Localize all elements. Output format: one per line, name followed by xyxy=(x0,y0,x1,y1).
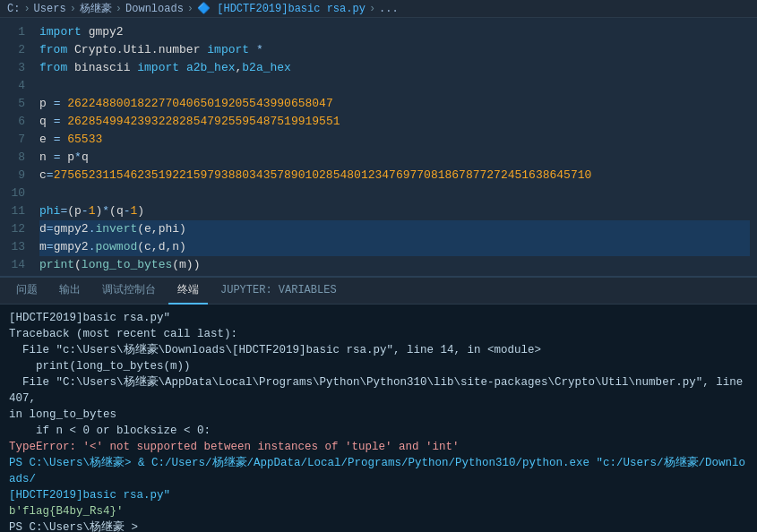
breadcrumb: C: › Users › 杨继豪 › Downloads › 🔷 [HDCTF2… xyxy=(0,0,757,18)
breadcrumb-ellipsis: ... xyxy=(379,3,399,15)
code-line-14: print(long_to_bytes(m)) xyxy=(39,256,750,274)
tab-jupyter-vars[interactable]: JUPYTER: VARIABLES xyxy=(211,278,346,305)
term-line-5: File "C:\Users\杨继豪\AppData\Local\Program… xyxy=(9,374,748,407)
code-line-11: phi=(p-1)*(q-1) xyxy=(39,202,750,220)
panel-tabs: 问题 输出 调试控制台 终端 JUPYTER: VARIABLES xyxy=(0,278,757,305)
sep4: › xyxy=(187,3,194,15)
sep1: › xyxy=(23,3,30,15)
term-line-9: PS C:\Users\杨继豪> & C:/Users/杨继豪/AppData/… xyxy=(9,455,748,487)
term-line-4: print(long_to_bytes(m)) xyxy=(9,358,748,374)
term-line-flag: b'flag{B4by_Rs4}' xyxy=(9,503,748,519)
code-line-10 xyxy=(39,184,750,202)
tab-output[interactable]: 输出 xyxy=(50,278,90,305)
term-prompt: PS C:\Users\杨继豪 > xyxy=(9,519,748,532)
sep2: › xyxy=(70,3,76,15)
breadcrumb-file: 🔷 [HDCTF2019]basic rsa.py xyxy=(197,2,366,15)
code-line-12: d=gmpy2.invert(e,phi) xyxy=(39,220,750,238)
term-line-10: [HDCTF2019]basic rsa.py" xyxy=(9,487,748,503)
breadcrumb-user: 杨继豪 xyxy=(80,1,112,16)
code-line-6: q = 262854994239322828547925595487519919… xyxy=(39,113,750,131)
tab-debug-console[interactable]: 调试控制台 xyxy=(93,278,165,305)
term-line-2: Traceback (most recent call last): xyxy=(9,326,748,342)
code-line-13: m=gmpy2.powmod(c,d,n) xyxy=(39,238,750,256)
code-editor: 1 2 3 4 5 6 7 8 9 10 11 12 13 14 import … xyxy=(0,18,757,278)
sep3: › xyxy=(116,3,122,15)
code-line-2: from Crypto.Util.number import * xyxy=(39,41,750,59)
panel: 问题 输出 调试控制台 终端 JUPYTER: VARIABLES [HDCTF… xyxy=(0,278,757,532)
code-line-7: e = 65533 xyxy=(39,131,750,149)
term-line-6: in long_to_bytes xyxy=(9,407,748,423)
code-line-8: n = p*q xyxy=(39,149,750,167)
code-line-3: from binascii import a2b_hex,b2a_hex xyxy=(39,59,750,77)
code-line-1: import gmpy2 xyxy=(39,23,750,41)
sep5: › xyxy=(369,3,375,15)
code-line-9: c=27565231154623519221597938803435789010… xyxy=(39,167,750,184)
line-numbers: 1 2 3 4 5 6 7 8 9 10 11 12 13 14 xyxy=(0,18,32,276)
tab-problems[interactable]: 问题 xyxy=(7,278,47,305)
tab-terminal[interactable]: 终端 xyxy=(168,278,208,305)
terminal-output[interactable]: [HDCTF2019]basic rsa.py" Traceback (most… xyxy=(0,305,757,532)
term-line-7: if n < 0 or blocksize < 0: xyxy=(9,423,748,439)
breadcrumb-c: C: xyxy=(7,3,20,15)
breadcrumb-users: Users xyxy=(34,3,66,15)
code-content[interactable]: import gmpy2 from Crypto.Util.number imp… xyxy=(32,18,757,276)
term-line-1: [HDCTF2019]basic rsa.py" xyxy=(9,310,748,326)
breadcrumb-downloads: Downloads xyxy=(125,3,184,15)
code-line-5: p = 262248800182277040650192055439906580… xyxy=(39,95,750,113)
term-line-3: File "c:\Users\杨继豪\Downloads\[HDCTF2019]… xyxy=(9,342,748,358)
term-line-8: TypeError: '<' not supported between ins… xyxy=(9,439,748,455)
code-line-4 xyxy=(39,77,750,95)
